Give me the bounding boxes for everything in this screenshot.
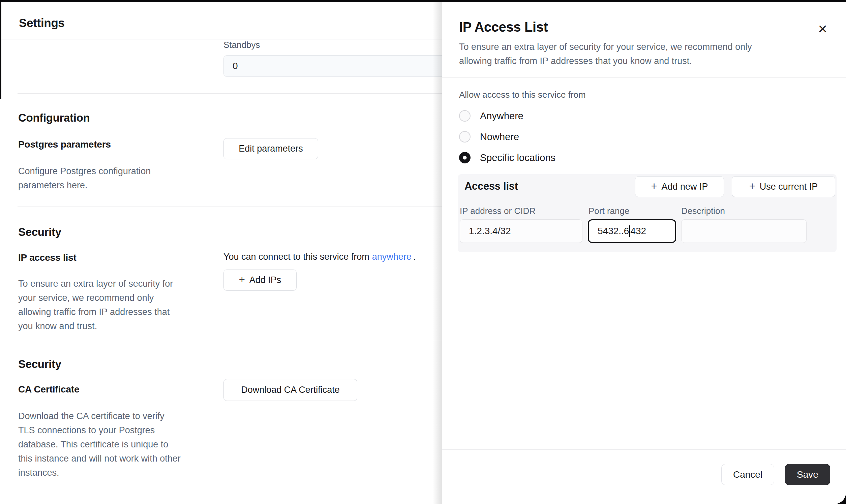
standbys-value: 0 — [233, 61, 238, 71]
connect-text: You can connect to this service from — [224, 252, 369, 262]
ip-address-input[interactable]: 1.2.3.4/32 — [460, 219, 582, 243]
description-input[interactable] — [681, 219, 807, 243]
column-header-description: Description — [681, 206, 725, 216]
add-ips-label: Add IPs — [249, 275, 281, 285]
ca-certificate-label: CA Certificate — [18, 384, 79, 395]
column-header-ip: IP address or CIDR — [460, 206, 535, 216]
port-range-value-after-caret: 432 — [630, 226, 646, 236]
ip-address-value: 1.2.3.4/32 — [469, 226, 511, 236]
configuration-description: Configure Postgres configuration paramet… — [18, 164, 221, 192]
cancel-button[interactable]: Cancel — [721, 464, 774, 485]
radio-label: Anywhere — [480, 110, 524, 122]
connect-period: . — [413, 252, 416, 262]
postgres-parameters-label: Postgres parameters — [18, 139, 111, 150]
radio-option-nowhere[interactable]: Nowhere — [459, 131, 519, 143]
radio-label: Specific locations — [480, 152, 556, 163]
download-ca-certificate-button[interactable]: Download CA Certificate — [224, 379, 357, 401]
ip-access-description: To ensure an extra layer of security for… — [18, 276, 221, 333]
add-ips-button[interactable]: + Add IPs — [224, 270, 297, 291]
column-header-port: Port range — [588, 206, 629, 216]
anywhere-link[interactable]: anywhere — [372, 252, 411, 262]
window-frame-edge — [0, 0, 1, 99]
text-cursor — [629, 226, 630, 237]
drawer-shadow — [433, 2, 442, 504]
standbys-label: Standbys — [224, 40, 260, 50]
ip-access-list-label: IP access list — [18, 252, 76, 263]
connect-line: You can connect to this service fromanyw… — [224, 252, 416, 262]
radio-option-specific-locations[interactable]: Specific locations — [459, 151, 556, 164]
drawer-footer-divider — [442, 449, 846, 450]
port-range-input[interactable]: 5432..6432 — [588, 219, 676, 243]
use-current-ip-label: Use current IP — [760, 182, 818, 192]
standbys-input[interactable]: 0 — [224, 55, 459, 77]
radio-label: Nowhere — [480, 131, 519, 143]
drawer-description: To ensure an extra layer of security for… — [459, 40, 836, 68]
add-new-ip-label: Add new IP — [662, 182, 708, 192]
security-ca-heading: Security — [18, 358, 61, 371]
radio-icon[interactable] — [459, 131, 471, 143]
close-icon[interactable]: × — [818, 21, 827, 36]
plus-icon: + — [749, 181, 755, 192]
radio-icon[interactable] — [459, 110, 471, 122]
radio-option-anywhere[interactable]: Anywhere — [459, 110, 524, 122]
drawer-title: IP Access List — [459, 20, 548, 35]
radio-icon-selected[interactable] — [459, 152, 471, 163]
page-title: Settings — [19, 16, 65, 30]
save-button[interactable]: Save — [785, 464, 830, 485]
access-list-panel: Access list + Add new IP + Use current I… — [458, 174, 836, 252]
port-range-value-before-caret: 5432..6 — [598, 226, 629, 236]
access-list-heading: Access list — [464, 180, 518, 192]
use-current-ip-button[interactable]: + Use current IP — [732, 176, 835, 197]
security-ip-heading: Security — [18, 226, 61, 238]
add-new-ip-button[interactable]: + Add new IP — [635, 176, 724, 197]
allow-access-label: Allow access to this service from — [459, 90, 586, 100]
edit-parameters-button[interactable]: Edit parameters — [224, 138, 318, 159]
plus-icon: + — [651, 181, 657, 192]
drawer-divider — [442, 77, 846, 78]
ip-access-list-drawer: IP Access List × To ensure an extra laye… — [442, 2, 846, 504]
plus-icon: + — [239, 274, 245, 286]
configuration-heading: Configuration — [18, 111, 90, 124]
ca-certificate-description: Download the CA certificate to verify TL… — [18, 409, 227, 480]
